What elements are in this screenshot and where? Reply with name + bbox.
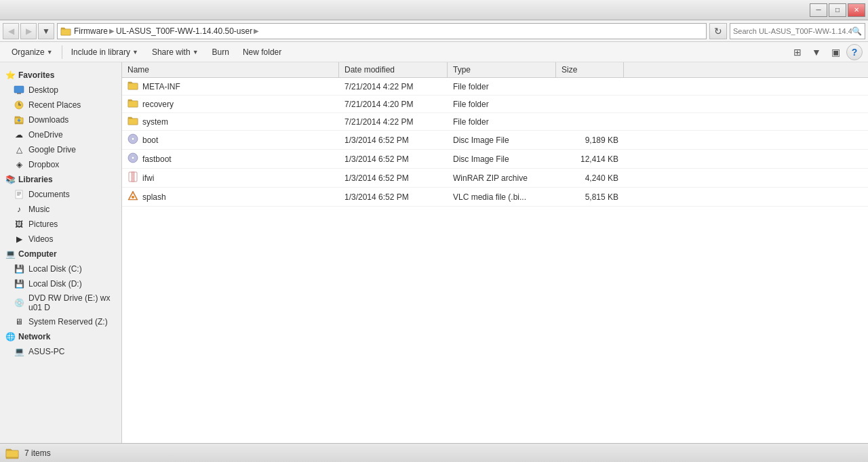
file-list: META-INF 7/21/2014 4:22 PM File folder r… bbox=[122, 78, 868, 207]
sidebar: ⭐ Favorites Desktop Recent Places Downlo… bbox=[0, 62, 122, 443]
dropdown-arrow-icon: ▼ bbox=[42, 26, 50, 36]
table-row[interactable]: boot 1/3/2014 6:52 PM Disc Image File 9,… bbox=[122, 131, 868, 150]
recent-places-label: Recent Places bbox=[28, 100, 81, 110]
crumb-firmware[interactable]: Firmware bbox=[74, 26, 108, 36]
sidebar-item-dvd[interactable]: 💿 DVD RW Drive (E:) wx u01 D bbox=[0, 291, 121, 314]
back-icon: ◀ bbox=[8, 26, 14, 36]
file-name-cell: splash bbox=[122, 188, 339, 206]
address-bar: ◀ ▶ ▼ Firmware ▶ UL-ASUS_T00F-WW-1.14.40… bbox=[0, 20, 868, 42]
sidebar-section-libraries[interactable]: 📚 Libraries bbox=[0, 172, 121, 187]
sidebar-item-recent-places[interactable]: Recent Places bbox=[0, 98, 121, 112]
search-input[interactable] bbox=[733, 27, 852, 35]
file-date-cell: 1/3/2014 6:52 PM bbox=[339, 169, 448, 187]
burn-button[interactable]: Burn bbox=[206, 44, 235, 60]
new-folder-label: New folder bbox=[243, 47, 281, 57]
local-c-label: Local Disk (C:) bbox=[28, 264, 82, 274]
file-name: fastboot bbox=[142, 154, 172, 164]
file-name-cell: boot bbox=[122, 131, 339, 149]
music-icon: ♪ bbox=[14, 204, 24, 215]
file-size-cell: 12,414 KB bbox=[556, 150, 624, 168]
asus-pc-icon: 💻 bbox=[14, 346, 24, 357]
dropdown-recent-button[interactable]: ▼ bbox=[38, 23, 54, 39]
col-header-size[interactable]: Size bbox=[556, 62, 624, 77]
sidebar-item-google-drive[interactable]: △ Google Drive bbox=[0, 142, 121, 157]
sidebar-item-system-reserved[interactable]: 🖥 System Reserved (Z:) bbox=[0, 314, 121, 329]
address-crumbs: Firmware ▶ UL-ASUS_T00F-WW-1.14.40.50-us… bbox=[74, 26, 259, 36]
libraries-icon: 📚 bbox=[5, 175, 16, 184]
file-size-cell bbox=[556, 78, 624, 95]
help-button[interactable]: ? bbox=[846, 44, 863, 60]
search-bar[interactable]: 🔍 bbox=[730, 23, 865, 39]
sidebar-item-pictures[interactable]: 🖼 Pictures bbox=[0, 217, 121, 232]
view-options-icon: ▼ bbox=[812, 47, 821, 58]
file-name-cell: META-INF bbox=[122, 78, 339, 95]
sidebar-item-local-c[interactable]: 💾 Local Disk (C:) bbox=[0, 261, 121, 276]
sidebar-section-network[interactable]: 🌐 Network bbox=[0, 329, 121, 344]
file-date-cell: 7/21/2014 4:20 PM bbox=[339, 96, 448, 112]
sidebar-section-favorites[interactable]: ⭐ Favorites bbox=[0, 68, 121, 83]
sidebar-item-dropbox[interactable]: ◈ Dropbox bbox=[0, 157, 121, 172]
col-header-name[interactable]: Name bbox=[122, 62, 339, 77]
refresh-button[interactable]: ↻ bbox=[709, 23, 727, 39]
svg-point-8 bbox=[132, 138, 134, 140]
status-item-count: 7 items bbox=[24, 448, 51, 458]
pictures-icon: 🖼 bbox=[14, 219, 24, 230]
network-icon: 🌐 bbox=[5, 332, 16, 341]
sidebar-item-asus-pc[interactable]: 💻 ASUS-PC bbox=[0, 344, 121, 359]
table-row[interactable]: splash 1/3/2014 6:52 PM VLC media file (… bbox=[122, 188, 868, 207]
file-date-cell: 1/3/2014 6:52 PM bbox=[339, 131, 448, 149]
back-button[interactable]: ◀ bbox=[3, 23, 19, 39]
file-name-cell: fastboot bbox=[122, 150, 339, 168]
sidebar-item-videos[interactable]: ▶ Videos bbox=[0, 232, 121, 247]
change-view-button[interactable]: ⊞ bbox=[789, 44, 806, 60]
sidebar-item-onedrive[interactable]: ☁ OneDrive bbox=[0, 127, 121, 142]
sidebar-item-local-d[interactable]: 💾 Local Disk (D:) bbox=[0, 276, 121, 291]
music-label: Music bbox=[28, 205, 50, 214]
organize-button[interactable]: Organize ▼ bbox=[5, 44, 59, 60]
share-with-button[interactable]: Share with ▼ bbox=[146, 44, 205, 60]
view-options-button[interactable]: ▼ bbox=[808, 44, 825, 60]
file-type-cell: Disc Image File bbox=[448, 131, 556, 149]
table-row[interactable]: META-INF 7/21/2014 4:22 PM File folder bbox=[122, 78, 868, 96]
file-name: splash bbox=[142, 192, 166, 202]
desktop-icon bbox=[14, 85, 24, 96]
desktop-label: Desktop bbox=[28, 85, 58, 95]
maximize-button[interactable]: □ bbox=[829, 3, 846, 17]
favorites-label: Favorites bbox=[18, 70, 54, 80]
local-d-label: Local Disk (D:) bbox=[28, 279, 82, 289]
sidebar-item-downloads[interactable]: Downloads bbox=[0, 112, 121, 127]
forward-button[interactable]: ▶ bbox=[20, 23, 37, 39]
sidebar-item-music[interactable]: ♪ Music bbox=[0, 202, 121, 217]
address-path[interactable]: Firmware ▶ UL-ASUS_T00F-WW-1.14.40.50-us… bbox=[57, 23, 707, 39]
google-drive-label: Google Drive bbox=[28, 145, 76, 154]
new-folder-button[interactable]: New folder bbox=[237, 44, 288, 60]
crumb-folder-name[interactable]: UL-ASUS_T00F-WW-1.14.40.50-user bbox=[116, 26, 252, 36]
svg-point-16 bbox=[132, 196, 134, 198]
sidebar-section-computer[interactable]: 💻 Computer bbox=[0, 247, 121, 261]
close-button[interactable]: ✕ bbox=[848, 3, 865, 17]
onedrive-label: OneDrive bbox=[28, 130, 63, 140]
dvd-label: DVD RW Drive (E:) wx u01 D bbox=[28, 293, 116, 312]
minimize-button[interactable]: ─ bbox=[810, 3, 827, 17]
burn-label: Burn bbox=[212, 47, 229, 57]
col-header-type[interactable]: Type bbox=[448, 62, 556, 77]
dropbox-icon: ◈ bbox=[14, 159, 24, 170]
file-date-cell: 1/3/2014 6:52 PM bbox=[339, 150, 448, 168]
file-type-cell: File folder bbox=[448, 78, 556, 95]
col-header-date[interactable]: Date modified bbox=[339, 62, 448, 77]
sidebar-item-documents[interactable]: Documents bbox=[0, 187, 121, 202]
svg-point-10 bbox=[132, 156, 134, 159]
table-row[interactable]: fastboot 1/3/2014 6:52 PM Disc Image Fil… bbox=[122, 150, 868, 169]
file-icon bbox=[127, 190, 138, 203]
preview-pane-button[interactable]: ▣ bbox=[827, 44, 844, 60]
sidebar-item-desktop[interactable]: Desktop bbox=[0, 83, 121, 98]
table-row[interactable]: recovery 7/21/2014 4:20 PM File folder bbox=[122, 96, 868, 113]
status-folder-icon bbox=[5, 447, 19, 459]
table-row[interactable]: system 7/21/2014 4:22 PM File folder bbox=[122, 113, 868, 131]
forward-icon: ▶ bbox=[26, 26, 32, 36]
include-library-button[interactable]: Include in library ▼ bbox=[65, 44, 144, 60]
onedrive-icon: ☁ bbox=[14, 129, 24, 140]
title-bar: ─ □ ✕ bbox=[0, 0, 868, 20]
organize-dropdown-icon: ▼ bbox=[47, 49, 53, 56]
table-row[interactable]: ifwi 1/3/2014 6:52 PM WinRAR ZIP archive… bbox=[122, 169, 868, 188]
